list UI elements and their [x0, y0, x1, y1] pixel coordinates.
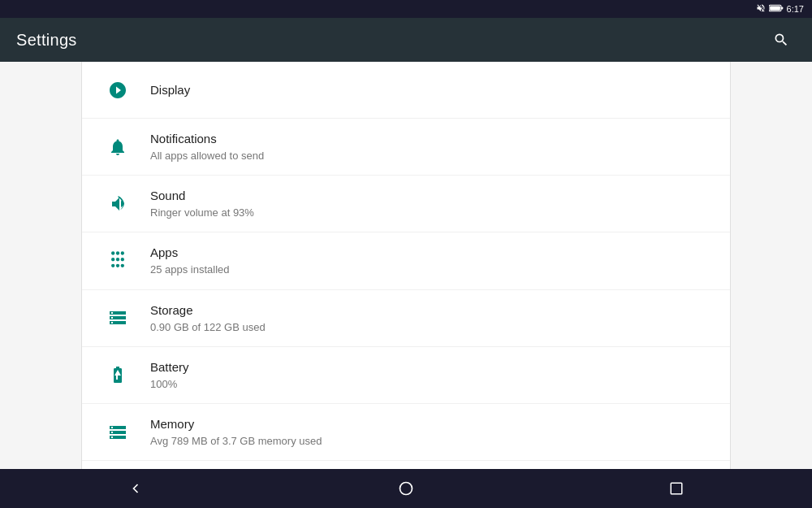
status-icons: 6:17 — [756, 3, 804, 15]
settings-item-storage[interactable]: Storage 0.90 GB of 122 GB used — [82, 290, 730, 347]
memory-icon — [102, 423, 134, 442]
sound-title: Sound — [150, 187, 254, 204]
search-button[interactable] — [767, 25, 796, 54]
svg-rect-1 — [770, 6, 780, 10]
svg-rect-2 — [781, 7, 783, 10]
svg-rect-4 — [672, 483, 683, 494]
battery-settings-icon — [102, 365, 134, 384]
notifications-icon — [102, 137, 134, 157]
memory-subtitle: Avg 789 MB of 3.7 GB memory used — [150, 434, 322, 449]
memory-title: Memory — [150, 415, 322, 432]
apps-icon — [102, 251, 134, 271]
apps-title: Apps — [150, 244, 230, 261]
notifications-subtitle: All apps allowed to send — [150, 149, 264, 163]
page-title: Settings — [16, 31, 77, 50]
memory-text: Memory Avg 789 MB of 3.7 GB memory used — [150, 415, 322, 449]
storage-subtitle: 0.90 GB of 122 GB used — [150, 320, 266, 335]
notifications-text: Notifications All apps allowed to send — [150, 130, 264, 163]
volume-off-icon — [756, 3, 766, 15]
status-time: 6:17 — [787, 4, 804, 14]
home-button[interactable] — [382, 472, 430, 505]
settings-item-battery[interactable]: Battery 100% — [82, 347, 730, 404]
display-title: Display — [150, 81, 190, 98]
settings-item-apps[interactable]: Apps 25 apps installed — [82, 232, 730, 289]
top-app-bar: Settings — [0, 18, 812, 62]
notifications-title: Notifications — [150, 130, 264, 147]
settings-item-display[interactable]: Display — [82, 62, 730, 119]
svg-point-3 — [400, 483, 412, 495]
battery-subtitle: 100% — [150, 377, 189, 392]
storage-title: Storage — [150, 302, 266, 319]
settings-item-notifications[interactable]: Notifications All apps allowed to send — [82, 119, 730, 176]
back-icon — [127, 480, 144, 497]
battery-text: Battery 100% — [150, 358, 189, 392]
storage-text: Storage 0.90 GB of 122 GB used — [150, 302, 266, 335]
settings-panel: Display Notifications All apps allowed t… — [81, 62, 731, 469]
battery-title: Battery — [150, 358, 189, 376]
display-icon — [102, 80, 134, 100]
settings-item-sound[interactable]: Sound Ringer volume at 93% — [82, 176, 730, 232]
recents-icon — [669, 481, 684, 496]
content-area: Display Notifications All apps allowed t… — [0, 62, 812, 469]
settings-item-users[interactable]: Users Signed in as Owner — [82, 461, 730, 469]
home-icon — [398, 480, 414, 497]
status-bar: 6:17 — [0, 0, 812, 18]
back-button[interactable] — [111, 472, 160, 505]
sound-subtitle: Ringer volume at 93% — [150, 206, 254, 220]
apps-subtitle: 25 apps installed — [150, 263, 230, 277]
sound-text: Sound Ringer volume at 93% — [150, 187, 254, 220]
battery-icon — [769, 3, 784, 15]
search-icon — [773, 32, 789, 48]
recents-button[interactable] — [652, 472, 701, 505]
apps-text: Apps 25 apps installed — [150, 244, 230, 277]
storage-icon — [102, 308, 134, 328]
display-text: Display — [150, 81, 190, 98]
sound-icon — [102, 194, 134, 214]
settings-list-container: Display Notifications All apps allowed t… — [0, 62, 812, 469]
nav-bar — [0, 469, 812, 508]
settings-item-memory[interactable]: Memory Avg 789 MB of 3.7 GB memory used — [82, 404, 730, 461]
